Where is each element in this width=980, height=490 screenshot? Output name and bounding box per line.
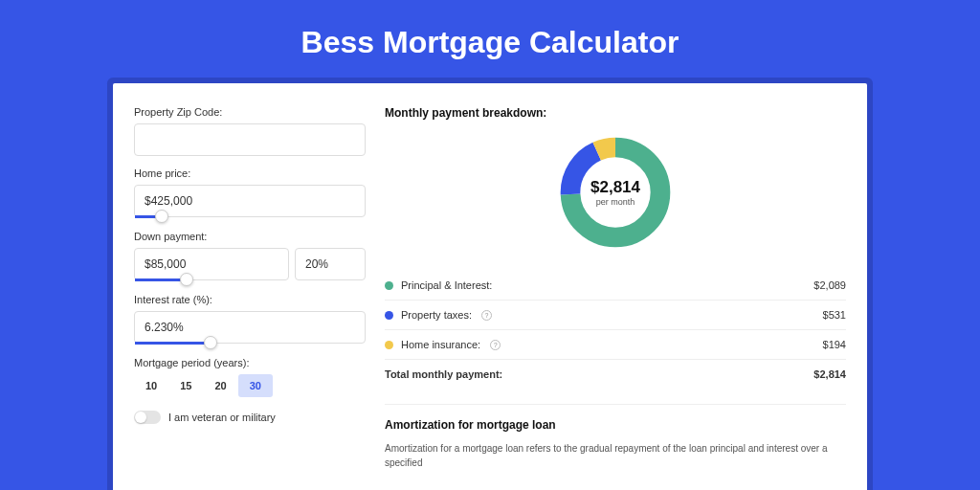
veteran-label: I am veteran or military bbox=[168, 412, 276, 423]
total-label: Total monthly payment: bbox=[385, 368, 502, 380]
home-price-input[interactable] bbox=[134, 185, 366, 217]
home-price-label: Home price: bbox=[134, 167, 366, 179]
period-tab-15[interactable]: 15 bbox=[168, 374, 203, 397]
down-payment-label: Down payment: bbox=[134, 231, 366, 242]
period-field: Mortgage period (years): 10 15 20 30 bbox=[134, 357, 366, 397]
dot-icon bbox=[385, 281, 393, 290]
legend-row-taxes: Property taxes: ? $531 bbox=[385, 301, 846, 330]
down-payment-slider[interactable] bbox=[134, 278, 366, 282]
legend-value: $2,089 bbox=[813, 279, 846, 291]
donut-amount: $2,814 bbox=[590, 178, 640, 197]
legend-row-insurance: Home insurance: ? $194 bbox=[385, 330, 846, 360]
down-payment-percent-input[interactable] bbox=[295, 248, 366, 280]
interest-rate-field: Interest rate (%): bbox=[134, 294, 366, 345]
slider-thumb-icon[interactable] bbox=[155, 210, 168, 223]
period-tabs: 10 15 20 30 bbox=[134, 374, 366, 397]
interest-rate-input[interactable] bbox=[134, 311, 366, 344]
zip-label: Property Zip Code: bbox=[134, 106, 366, 118]
donut-chart: $2,814 per month bbox=[556, 133, 675, 252]
legend-label: Principal & Interest: bbox=[401, 279, 492, 291]
donut-sub: per month bbox=[590, 197, 640, 207]
zip-input[interactable] bbox=[134, 123, 366, 156]
breakdown-title: Monthly payment breakdown: bbox=[385, 106, 846, 120]
interest-rate-slider[interactable] bbox=[134, 342, 366, 345]
total-value: $2,814 bbox=[813, 368, 846, 380]
legend-value: $531 bbox=[823, 309, 846, 321]
period-label: Mortgage period (years): bbox=[134, 357, 366, 368]
amortization-text: Amortization for a mortgage loan refers … bbox=[385, 441, 846, 470]
calculator-card: Property Zip Code: Home price: Down paym… bbox=[113, 83, 867, 490]
legend-label: Home insurance: bbox=[401, 339, 480, 350]
donut-center: $2,814 per month bbox=[590, 178, 640, 207]
period-tab-30[interactable]: 30 bbox=[238, 374, 273, 397]
legend-value: $194 bbox=[823, 339, 846, 350]
amortization-title: Amortization for mortgage loan bbox=[385, 418, 846, 432]
legend-row-principal: Principal & Interest: $2,089 bbox=[385, 271, 846, 301]
slider-thumb-icon[interactable] bbox=[204, 336, 217, 349]
form-column: Property Zip Code: Home price: Down paym… bbox=[134, 106, 366, 470]
breakdown-column: Monthly payment breakdown: $2,814 per mo… bbox=[385, 106, 846, 470]
dot-icon bbox=[385, 341, 393, 349]
down-payment-amount-input[interactable] bbox=[134, 248, 289, 280]
interest-rate-label: Interest rate (%): bbox=[134, 294, 366, 305]
help-icon[interactable]: ? bbox=[490, 340, 501, 350]
donut-chart-wrap: $2,814 per month bbox=[385, 133, 846, 252]
page-title: Bess Mortgage Calculator bbox=[0, 0, 980, 83]
legend-row-total: Total monthly payment: $2,814 bbox=[385, 360, 846, 389]
period-tab-10[interactable]: 10 bbox=[134, 374, 168, 397]
home-price-field: Home price: bbox=[134, 167, 366, 219]
period-tab-20[interactable]: 20 bbox=[204, 374, 238, 397]
veteran-toggle[interactable] bbox=[134, 411, 161, 424]
home-price-slider[interactable] bbox=[134, 215, 366, 219]
down-payment-field: Down payment: bbox=[134, 231, 366, 282]
dot-icon bbox=[385, 311, 393, 320]
zip-field: Property Zip Code: bbox=[134, 106, 366, 156]
help-icon[interactable]: ? bbox=[481, 310, 492, 321]
slider-thumb-icon[interactable] bbox=[180, 273, 193, 286]
veteran-row: I am veteran or military bbox=[134, 411, 366, 424]
legend: Principal & Interest: $2,089 Property ta… bbox=[385, 271, 846, 389]
toggle-knob-icon bbox=[135, 412, 146, 423]
legend-label: Property taxes: bbox=[401, 309, 472, 321]
amortization-section: Amortization for mortgage loan Amortizat… bbox=[385, 404, 846, 470]
